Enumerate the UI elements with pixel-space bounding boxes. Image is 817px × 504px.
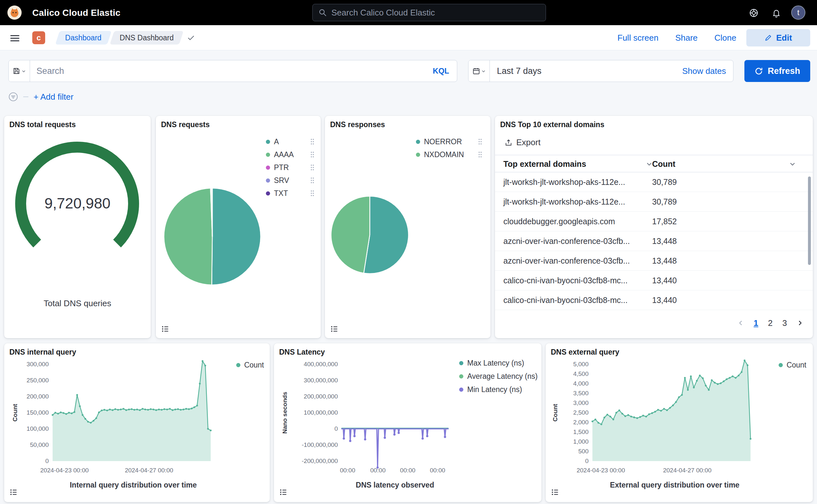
drag-handle-icon[interactable]: [310, 177, 314, 184]
filter-divider: [23, 96, 28, 97]
share-button[interactable]: Share: [675, 33, 698, 43]
support-icon[interactable]: [747, 6, 760, 19]
global-search-input[interactable]: Search Calico Cloud Elastic: [312, 4, 546, 21]
clone-button[interactable]: Clone: [714, 33, 736, 43]
breadcrumb-dashboard[interactable]: Dashboard: [55, 31, 111, 45]
table-header: Top external domains Count: [495, 155, 813, 172]
count-cell: 17,852: [652, 217, 677, 226]
panel-dns-internal-query: DNS internal query Count 050,000100,0001…: [4, 343, 270, 502]
drag-handle-icon[interactable]: [478, 151, 482, 158]
domain-cell: azcni-over-ivan-conference-03cfb...: [503, 237, 630, 246]
svg-text:3,000: 3,000: [573, 399, 589, 406]
search-query-group: KQL: [8, 60, 457, 82]
drag-handle-icon[interactable]: [310, 190, 314, 197]
svg-text:1,000: 1,000: [573, 438, 589, 445]
avatar-initial: t: [797, 8, 800, 17]
column-header-count[interactable]: Count: [652, 155, 675, 173]
panel-title: DNS Top 10 external domains: [500, 120, 604, 129]
svg-text:Count: Count: [552, 404, 559, 422]
drag-handle-icon[interactable]: [310, 138, 314, 145]
domain-cell: azcni-over-ivan-conference-03cfb...: [503, 256, 630, 266]
drag-handle-icon[interactable]: [478, 138, 482, 145]
drag-handle-icon[interactable]: [310, 164, 314, 171]
chevron-down-icon: [22, 69, 26, 73]
space-badge[interactable]: c: [32, 31, 45, 44]
legend-toggle-button[interactable]: [7, 486, 20, 498]
panel-title: DNS external query: [551, 348, 619, 357]
svg-text:Count: Count: [12, 404, 18, 422]
chevron-down-icon[interactable]: [789, 161, 796, 168]
legend-item[interactable]: SRV: [266, 174, 314, 187]
saved-query-menu-button[interactable]: [9, 60, 30, 82]
legend-item[interactable]: TXT: [266, 187, 314, 200]
panel-dns-latency: DNS Latency Max Latency (ns) Average Lat…: [274, 343, 541, 502]
domain-cell: calico-cni-ivan-byocni-03cfb8-mc...: [503, 276, 628, 285]
search-input[interactable]: [30, 60, 425, 82]
svg-text:500: 500: [578, 448, 589, 455]
count-cell: 13,440: [652, 276, 677, 285]
legend-dot: [416, 140, 420, 144]
pagination-page-1[interactable]: 1: [754, 318, 758, 328]
domain-cell: jlt-worksh-jlt-workshop-aks-112e...: [503, 177, 625, 187]
legend-item[interactable]: A: [266, 135, 314, 148]
svg-text:00:00: 00:00: [430, 467, 445, 474]
export-button[interactable]: Export: [503, 137, 542, 148]
panel-title: DNS Latency: [279, 348, 325, 357]
next-page-icon[interactable]: [797, 320, 803, 326]
chart-footer-title: Internal query distribution over time: [4, 481, 262, 489]
pie-chart: [328, 193, 412, 277]
kql-language-button[interactable]: KQL: [425, 60, 457, 82]
menu-icon[interactable]: [9, 32, 21, 43]
app-title: Calico Cloud Elastic: [32, 8, 120, 18]
check-icon[interactable]: [187, 34, 195, 42]
svg-text:2024-04-23 00:00: 2024-04-23 00:00: [577, 467, 625, 474]
svg-text:200,000: 200,000: [26, 393, 49, 400]
count-cell: 13,448: [652, 256, 677, 266]
legend-item[interactable]: NXDOMAIN: [416, 148, 482, 161]
count-cell: 13,440: [652, 296, 677, 305]
time-range-value[interactable]: Last 7 days: [490, 60, 675, 82]
legend-toggle-button[interactable]: [159, 323, 171, 335]
pagination-page-3[interactable]: 3: [782, 318, 787, 328]
pagination-page-2[interactable]: 2: [768, 318, 772, 328]
refresh-button[interactable]: Refresh: [744, 60, 810, 82]
table-row: azcni-over-ivan-conference-03cfb...13,44…: [495, 251, 813, 271]
filter-icon[interactable]: [8, 92, 18, 102]
panel-dns-top-domains: DNS Top 10 external domains Export Top e…: [495, 116, 813, 338]
svg-text:0: 0: [585, 458, 589, 464]
notifications-icon[interactable]: [770, 6, 783, 19]
legend-dot: [416, 153, 420, 157]
legend-toggle-button[interactable]: [549, 486, 561, 498]
legend-dot: [266, 140, 270, 144]
user-avatar[interactable]: t: [791, 5, 805, 20]
svg-text:0: 0: [334, 425, 338, 432]
top-app-bar: Calico Cloud Elastic Search Calico Cloud…: [0, 0, 817, 25]
svg-text:0: 0: [45, 458, 49, 464]
full-screen-button[interactable]: Full screen: [618, 33, 659, 43]
column-header-domains[interactable]: Top external domains: [503, 155, 586, 173]
svg-text:1,500: 1,500: [573, 428, 589, 435]
edit-button[interactable]: Edit: [746, 29, 810, 46]
svg-text:2024-04-23 00:00: 2024-04-23 00:00: [40, 467, 89, 474]
legend-item[interactable]: PTR: [266, 161, 314, 174]
show-dates-button[interactable]: Show dates: [675, 60, 733, 82]
svg-text:200,000,000: 200,000,000: [304, 393, 338, 400]
table-scrollbar[interactable]: [808, 176, 811, 265]
svg-text:2,000: 2,000: [573, 419, 589, 426]
pie-chart: [159, 183, 266, 290]
svg-text:00:00: 00:00: [340, 467, 355, 474]
legend-item[interactable]: AAAA: [266, 148, 314, 161]
table-row: calico-cni-ivan-byocni-03cfb8-mc...13,44…: [495, 290, 813, 310]
legend-item[interactable]: NOERROR: [416, 135, 482, 148]
chart-legend: NOERROR NXDOMAIN: [416, 135, 482, 161]
drag-handle-icon[interactable]: [310, 151, 314, 158]
calendar-menu-button[interactable]: [469, 60, 490, 82]
add-filter-button[interactable]: + Add filter: [34, 92, 74, 102]
svg-text:3,500: 3,500: [573, 390, 589, 397]
legend-toggle-button[interactable]: [328, 323, 340, 335]
breadcrumb-dns-dashboard: DNS Dashboard: [110, 31, 184, 45]
legend-toggle-button[interactable]: [277, 486, 289, 498]
previous-page-icon[interactable]: [738, 320, 744, 326]
calico-logo: [7, 5, 22, 20]
svg-text:150,000: 150,000: [26, 409, 49, 416]
